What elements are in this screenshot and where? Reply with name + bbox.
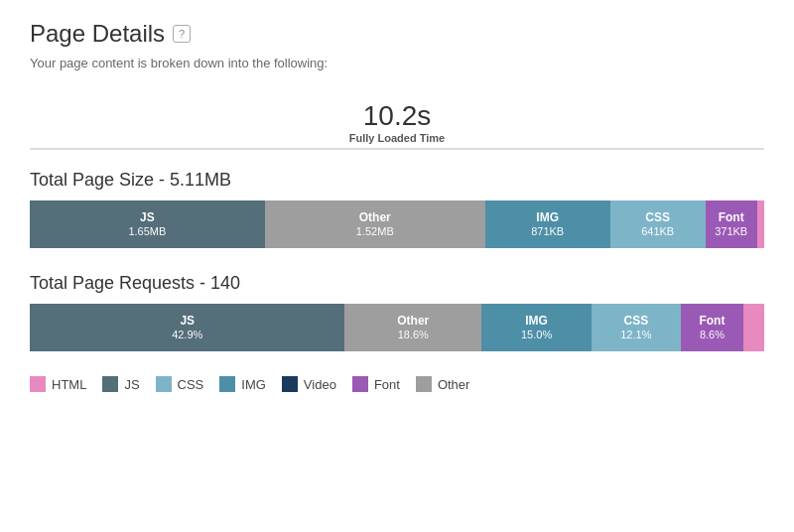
legend-item-video: Video <box>282 376 336 392</box>
timeline-line <box>30 148 764 150</box>
size-segment-js: JS1.65MB <box>30 200 265 248</box>
legend: HTML JS CSS IMG Video Font Other <box>30 376 764 392</box>
legend-swatch-html <box>30 376 46 392</box>
req-segment-css: CSS12.1% <box>592 304 681 351</box>
page-title: Page Details <box>30 20 165 48</box>
legend-label-js: JS <box>124 377 139 392</box>
size-section-title: Total Page Size - 5.11MB <box>30 170 764 191</box>
legend-swatch-font <box>352 376 368 392</box>
legend-swatch-css <box>156 376 172 392</box>
size-segment-font: Font371KB <box>706 200 757 248</box>
legend-label-css: CSS <box>178 377 204 392</box>
timeline-label-block: 10.2s Fully Loaded Time <box>349 100 445 144</box>
legend-swatch-other <box>416 376 432 392</box>
timeline-label: Fully Loaded Time <box>349 132 445 144</box>
legend-swatch-img <box>219 376 235 392</box>
size-segment-other: Other1.52MB <box>265 200 485 248</box>
legend-label-video: Video <box>304 377 336 392</box>
size-segment-html <box>757 200 764 248</box>
requests-section-title: Total Page Requests - 140 <box>30 273 764 294</box>
subtitle: Your page content is broken down into th… <box>30 56 764 70</box>
size-bar-chart: JS1.65MBOther1.52MBIMG871KBCSS641KBFont3… <box>30 200 764 248</box>
legend-item-font: Font <box>352 376 400 392</box>
legend-swatch-video <box>282 376 298 392</box>
legend-label-other: Other <box>438 377 470 392</box>
legend-label-font: Font <box>374 377 400 392</box>
legend-label-html: HTML <box>52 377 86 392</box>
req-segment-html <box>743 304 764 351</box>
help-icon[interactable]: ? <box>173 25 191 43</box>
legend-item-css: CSS <box>156 376 204 392</box>
legend-item-html: HTML <box>30 376 86 392</box>
requests-bar-chart: JS42.9%Other18.6%IMG15.0%CSS12.1%Font8.6… <box>30 304 764 351</box>
legend-label-img: IMG <box>241 377 266 392</box>
legend-item-img: IMG <box>219 376 266 392</box>
size-segment-img: IMG871KB <box>485 200 610 248</box>
legend-swatch-js <box>102 376 118 392</box>
legend-item-js: JS <box>102 376 139 392</box>
size-segment-css: CSS641KB <box>610 200 706 248</box>
timeline: 10.2s Fully Loaded Time <box>30 90 764 160</box>
req-segment-js: JS42.9% <box>30 304 344 351</box>
page-header: Page Details ? <box>30 20 764 48</box>
req-segment-img: IMG15.0% <box>481 304 592 351</box>
req-segment-font: Font8.6% <box>681 304 744 351</box>
req-segment-other: Other18.6% <box>344 304 481 351</box>
legend-item-other: Other <box>416 376 470 392</box>
timeline-value: 10.2s <box>349 100 445 132</box>
